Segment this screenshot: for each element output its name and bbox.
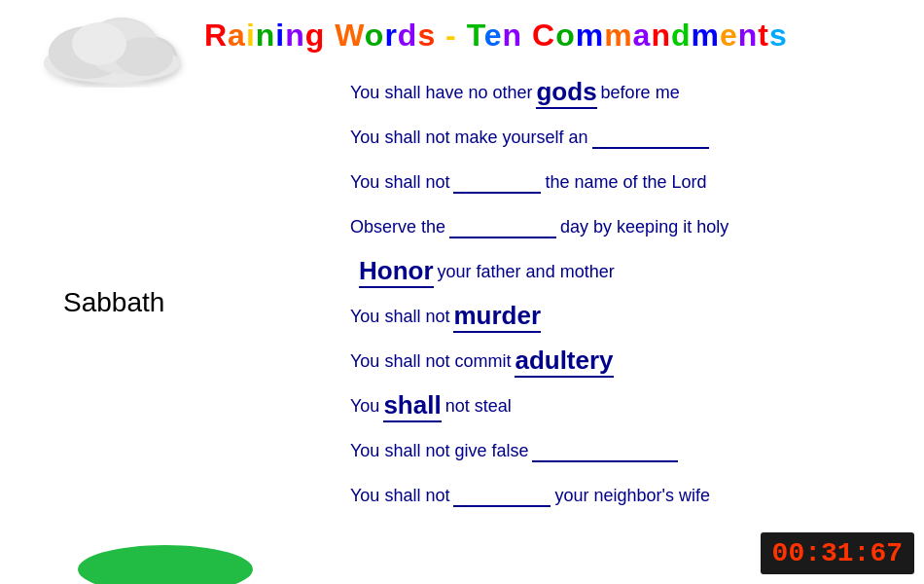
cmd9-text1: You shall not give false (350, 441, 528, 461)
commandment-4: Observe the day by keeping it holy (350, 204, 729, 249)
cmd7-answer: adultery (515, 346, 613, 378)
cmd10-text2: your neighbor's wife (554, 486, 710, 506)
cmd1-answer: gods (536, 77, 596, 109)
commandment-5: Honor your father and mother (350, 249, 729, 294)
cmd4-text2: day by keeping it holy (560, 217, 729, 237)
cmd5-text0 (350, 262, 355, 282)
cmd6-answer: murder (453, 301, 541, 333)
commandment-2: You shall not make yourself an (350, 115, 729, 160)
cmd8-text1: You (350, 396, 379, 417)
cloud-image (29, 10, 195, 88)
svg-point-8 (72, 22, 126, 65)
cmd3-text1: You shall not (350, 172, 449, 193)
cmd5-text1: your father and mother (438, 262, 615, 282)
cmd4-text1: Observe the (350, 217, 445, 237)
cmd3-blank (453, 171, 541, 194)
commandment-7: You shall not commit adultery (350, 339, 729, 383)
cmd1-text1: You shall have no other (350, 83, 532, 103)
sabbath-label: Sabbath (63, 287, 164, 318)
commandment-10: You shall not your neighbor's wife (350, 473, 729, 518)
cmd4-blank (449, 216, 556, 238)
green-arc-decoration (78, 545, 253, 584)
cmd10-text1: You shall not (350, 486, 449, 506)
cmd7-text1: You shall not commit (350, 351, 511, 372)
cmd8-answer: shall (383, 390, 441, 422)
timer-display: 00:31:67 (761, 532, 914, 574)
cmd3-text2: the name of the Lord (545, 172, 706, 193)
commandment-6: You shall not murder (350, 294, 729, 339)
cmd2-text1: You shall not make yourself an (350, 128, 588, 148)
cmd10-blank (453, 485, 551, 507)
page-title: Raining Words - Ten Commandments (204, 18, 788, 54)
cmd2-blank (592, 127, 709, 149)
commandments-list: You shall have no other gods before me Y… (350, 70, 729, 518)
cmd1-text2: before me (601, 83, 680, 103)
commandment-3: You shall not the name of the Lord (350, 160, 729, 204)
cmd9-blank (532, 440, 678, 462)
commandment-9: You shall not give false (350, 428, 729, 473)
commandment-8: You shall not steal (350, 383, 729, 428)
cmd5-answer: Honor (359, 256, 434, 288)
cmd6-text1: You shall not (350, 307, 449, 327)
cmd8-text2: not steal (445, 396, 512, 417)
commandment-1: You shall have no other gods before me (350, 70, 729, 115)
